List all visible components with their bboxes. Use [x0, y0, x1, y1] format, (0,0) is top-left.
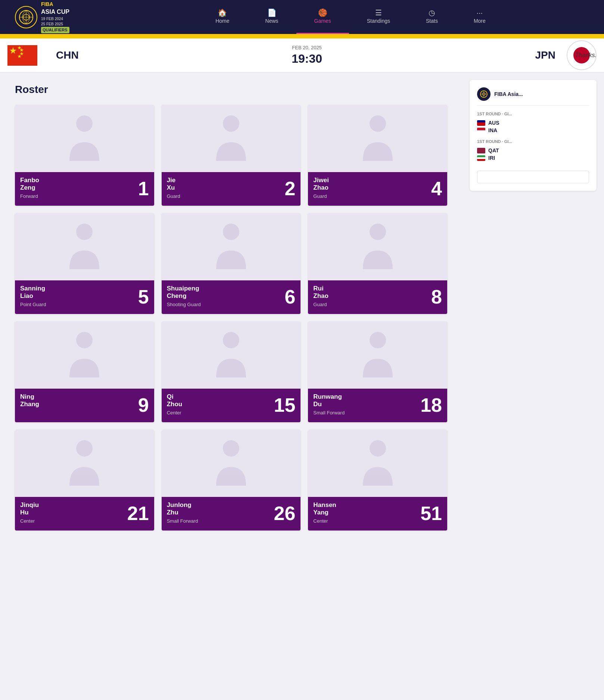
player-details: JunlongZhu Small Forward — [167, 501, 274, 524]
player-position: Guard — [313, 193, 431, 199]
player-card-2[interactable]: JiweiZhao Guard 4 — [308, 105, 447, 206]
player-position: Forward — [20, 193, 138, 199]
svg-point-16 — [76, 332, 93, 348]
logo-badge — [15, 6, 37, 28]
roster-section: Roster FanboZeng Forward 1 — [0, 72, 462, 542]
player-info: QiZhou Center 15 — [162, 389, 301, 422]
player-card-5[interactable]: RuiZhao Guard 8 — [308, 213, 447, 314]
player-number: 15 — [274, 395, 295, 415]
player-info: ShuaipengCheng Shooting Guard 6 — [162, 280, 301, 314]
svg-point-19 — [76, 440, 93, 457]
logo-text: FIBA ASIA CUP 19 FEB 202425 FEB 2025 QUA… — [41, 1, 69, 33]
nav-items: 🏠 Home 📄 News 🏀 Games ☰ Standings ◷ Stat… — [197, 0, 504, 34]
player-name: RuiZhao — [313, 285, 431, 300]
team2-name: JPN — [524, 49, 567, 61]
sidebar-match-2: QAT IRI — [477, 147, 589, 161]
svg-point-17 — [223, 332, 239, 348]
player-name: JunlongZhu — [167, 501, 274, 517]
nav-standings[interactable]: ☰ Standings — [349, 0, 408, 34]
player-card-7[interactable]: QiZhou Center 15 — [162, 321, 301, 422]
roster-title: Roster — [15, 84, 447, 96]
svg-point-20 — [223, 440, 239, 457]
player-details: RuiZhao Guard — [313, 285, 431, 307]
sidebar: FIBA Asia... 1ST ROUND · GI... AUS INA 1… — [462, 72, 604, 542]
team-qat: QAT — [477, 147, 589, 153]
player-position: Center — [313, 518, 420, 524]
nav-home[interactable]: 🏠 Home — [197, 0, 247, 34]
player-number: 18 — [420, 395, 442, 415]
player-position: Point Guard — [20, 302, 138, 307]
round1-label: 1ST ROUND · GI... — [477, 112, 589, 116]
player-number: 5 — [138, 287, 149, 307]
round2-label: 1ST ROUND · GI... — [477, 139, 589, 144]
player-photo — [15, 213, 154, 280]
match-date: FEB 20, 2025 — [292, 45, 322, 50]
player-details: RunwangDu Small Forward — [313, 393, 420, 416]
player-card-8[interactable]: RunwangDu Small Forward 18 — [308, 321, 447, 422]
sidebar-match-1: AUS INA — [477, 120, 589, 133]
player-card-1[interactable]: JieXu Guard 2 — [162, 105, 301, 206]
player-position: Guard — [313, 302, 431, 307]
player-card-3[interactable]: SanningLiao Point Guard 5 — [15, 213, 154, 314]
nav-stats[interactable]: ◷ Stats — [408, 0, 456, 34]
home-icon: 🏠 — [218, 9, 227, 16]
svg-point-21 — [370, 440, 386, 457]
player-card-0[interactable]: FanboZeng Forward 1 — [15, 105, 154, 206]
sidebar-panel: FIBA Asia... 1ST ROUND · GI... AUS INA 1… — [470, 80, 597, 191]
ina-flag-icon — [477, 128, 485, 133]
iri-flag-icon — [477, 155, 485, 161]
svg-point-11 — [223, 115, 239, 132]
nav-games[interactable]: 🏀 Games — [296, 0, 349, 34]
aus-flag-icon — [477, 120, 485, 126]
player-details: JinqiuHu Center — [20, 501, 127, 524]
player-name: JiweiZhao — [313, 177, 431, 192]
player-details: JiweiZhao Guard — [313, 177, 431, 199]
sidebar-brand-name: FIBA Asia... — [494, 91, 523, 97]
svg-point-13 — [76, 224, 93, 240]
player-number: 8 — [431, 287, 442, 307]
sidebar-match-section: 1ST ROUND · GI... AUS INA 1ST ROUND · GI… — [477, 112, 589, 183]
standings-icon: ☰ — [375, 9, 382, 16]
match-time: 19:30 — [292, 52, 322, 66]
team-iri: IRI — [477, 155, 589, 161]
nav-more[interactable]: ··· More — [456, 0, 504, 34]
player-photo — [162, 213, 301, 280]
score-banner: CHN FEB 20, 2025 19:30 JPN Thanks. — [0, 38, 604, 72]
player-number: 2 — [284, 179, 295, 198]
player-card-10[interactable]: JunlongZhu Small Forward 26 — [162, 430, 301, 531]
more-icon: ··· — [477, 9, 483, 16]
news-icon: 📄 — [267, 9, 277, 16]
svg-point-12 — [370, 115, 386, 132]
yellow-bar — [0, 34, 604, 38]
player-info: JiweiZhao Guard 4 — [308, 172, 447, 206]
team1-name: CHN — [45, 49, 90, 61]
player-details: HansenYang Center — [313, 501, 420, 524]
player-info: JieXu Guard 2 — [162, 172, 301, 206]
player-photo — [162, 430, 301, 497]
sidebar-header: FIBA Asia... — [477, 87, 589, 106]
player-photo — [162, 105, 301, 172]
nav-logo: FIBA ASIA CUP 19 FEB 202425 FEB 2025 QUA… — [15, 1, 112, 33]
nav-news[interactable]: 📄 News — [247, 0, 296, 34]
player-card-11[interactable]: HansenYang Center 51 — [308, 430, 447, 531]
player-card-9[interactable]: JinqiuHu Center 21 — [15, 430, 154, 531]
player-photo — [308, 213, 447, 280]
games-icon: 🏀 — [318, 9, 327, 16]
player-name: NingZhang — [20, 393, 138, 408]
svg-point-18 — [370, 332, 386, 348]
player-number: 51 — [420, 504, 442, 523]
player-name: QiZhou — [167, 393, 274, 408]
player-photo — [162, 321, 301, 389]
player-name: RunwangDu — [313, 393, 420, 408]
svg-point-10 — [76, 115, 93, 132]
player-position: Guard — [167, 193, 285, 199]
player-number: 9 — [138, 395, 149, 415]
qat-flag-icon — [477, 148, 485, 153]
player-photo — [15, 321, 154, 389]
player-card-6[interactable]: NingZhang 9 — [15, 321, 154, 422]
player-number: 6 — [284, 287, 295, 307]
player-card-4[interactable]: ShuaipengCheng Shooting Guard 6 — [162, 213, 301, 314]
player-position: Small Forward — [167, 518, 274, 524]
svg-point-14 — [223, 224, 239, 240]
sidebar-search-input[interactable] — [477, 171, 589, 183]
